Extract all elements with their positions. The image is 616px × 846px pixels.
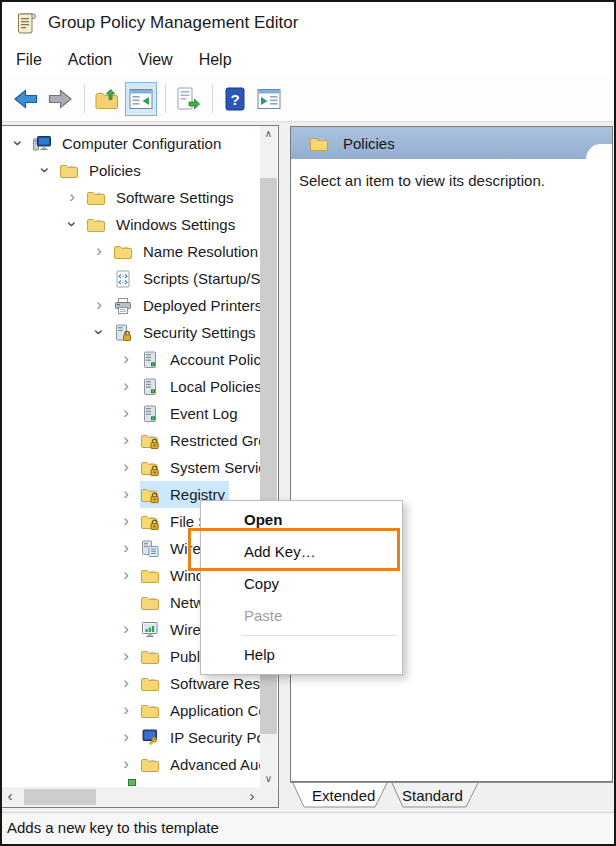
chevron-right-icon[interactable]: ›	[118, 427, 134, 453]
menu-view[interactable]: View	[125, 44, 185, 76]
tree-view: ›Computer Configuration›Policies›Softwar…	[2, 126, 260, 786]
tree-item-content[interactable]: Account Policies	[140, 346, 260, 373]
help-button[interactable]: ?	[219, 82, 251, 116]
tree-item-content[interactable]: Computer Configuration	[32, 130, 225, 157]
chevron-right-icon[interactable]: ›	[118, 400, 134, 426]
wireless-icon	[140, 621, 160, 639]
chevron-right-icon[interactable]: ›	[118, 751, 134, 777]
tree-item-label: Name Resolution Policy	[143, 243, 260, 260]
tree-item-label: IP Security Policies on Active Directory	[170, 729, 260, 746]
chevron-right-icon[interactable]: ›	[118, 373, 134, 399]
chevron-right-icon[interactable]: ›	[118, 616, 134, 642]
back-arrow-icon	[13, 86, 39, 112]
tree-item-content[interactable]: Scripts (Startup/Shutdown)	[113, 265, 260, 292]
forward-button[interactable]	[44, 82, 76, 116]
tree-item-account-policies[interactable]: ›Account Policies	[2, 346, 260, 373]
chevron-right-icon[interactable]: ›	[118, 724, 134, 750]
chevron-right-icon[interactable]: ›	[118, 346, 134, 372]
tree-item-content[interactable]: Software Settings	[86, 184, 238, 211]
tree-item-software-settings[interactable]: ›Software Settings	[2, 184, 260, 211]
tree-item-content[interactable]: Name Resolution Policy	[113, 238, 260, 265]
details-pane: Policies Select an item to view its desc…	[290, 126, 613, 782]
scroll-down-icon[interactable]: ∨	[260, 771, 277, 787]
view-tabs-svg: ExtendedStandard	[290, 782, 613, 812]
menu-help[interactable]: Help	[186, 44, 245, 76]
chevron-right-icon[interactable]: ›	[64, 184, 80, 210]
tab-standard-label[interactable]: Standard	[402, 787, 463, 804]
menu-bar: FileActionViewHelp	[2, 44, 614, 76]
tree-item-label: Scripts (Startup/Shutdown)	[143, 270, 260, 287]
tree-item-content[interactable]: System Services	[140, 454, 260, 481]
tree-item-label: Policies	[89, 162, 141, 179]
chevron-right-icon[interactable]: ›	[118, 643, 134, 669]
tree-item-content[interactable]: IP Security Policies on Active Directory	[140, 724, 260, 751]
tree-item-content[interactable]: Local Policies	[140, 373, 260, 400]
scroll-up-icon[interactable]: ∧	[260, 126, 277, 142]
tree-item-policies[interactable]: ›Policies	[2, 157, 260, 184]
chevron-down-icon[interactable]: ›	[59, 216, 85, 232]
context-menu-item-help[interactable]: Help	[201, 639, 402, 671]
chevron-down-icon[interactable]: ›	[32, 162, 58, 178]
tree-item-restricted-groups[interactable]: ›Restricted Groups	[2, 427, 260, 454]
chevron-right-icon[interactable]: ›	[118, 697, 134, 723]
toolbar: ?	[2, 76, 614, 122]
svg-text:?: ?	[230, 91, 239, 108]
tree-horizontal-scrollbar[interactable]: ‹ ›	[2, 787, 260, 807]
folder-icon	[309, 135, 329, 153]
tree-item-content[interactable]: Security Settings	[113, 319, 260, 346]
context-menu-item-add-key[interactable]: Add Key…	[201, 536, 402, 568]
menu-file[interactable]: File	[3, 44, 55, 76]
tree-item-computer-configuration[interactable]: ›Computer Configuration	[2, 130, 260, 157]
console-tree-pane: ›Computer Configuration›Policies›Softwar…	[2, 125, 279, 808]
chevron-right-icon[interactable]: ›	[118, 508, 134, 534]
tree-item-content[interactable]: Restricted Groups	[140, 427, 260, 454]
tree-item-event-log[interactable]: ›Event Log	[2, 400, 260, 427]
tree-item-content[interactable]: Advanced Audit Policy Configuration	[140, 751, 260, 778]
tree-item-application-control-policies[interactable]: ›Application Control Policies	[2, 697, 260, 724]
chevron-right-icon[interactable]: ›	[118, 481, 134, 507]
chevron-right-icon[interactable]: ›	[91, 238, 107, 264]
chevron-down-icon[interactable]: ›	[86, 324, 112, 340]
back-button[interactable]	[10, 82, 42, 116]
server-icon	[140, 351, 160, 369]
chevron-right-icon[interactable]: ›	[118, 670, 134, 696]
tree-item-content[interactable]: Deployed Printers	[113, 292, 260, 319]
show-action-pane-button[interactable]	[253, 82, 285, 116]
tree-item-security-settings[interactable]: ›Security Settings	[2, 319, 260, 346]
scroll-right-icon[interactable]: ›	[244, 787, 260, 807]
up-one-level-button[interactable]	[91, 82, 123, 116]
scripts-icon	[113, 270, 133, 288]
tree-item-content[interactable]: Event Log	[140, 400, 242, 427]
tree-item-name-resolution-policy[interactable]: ›Name Resolution Policy	[2, 238, 260, 265]
forward-arrow-icon	[47, 86, 73, 112]
chevron-right-icon[interactable]: ›	[118, 535, 134, 561]
tree-item-scripts-startup-shutdown[interactable]: Scripts (Startup/Shutdown)	[2, 265, 260, 292]
context-menu-item-open[interactable]: Open	[201, 504, 402, 536]
details-pane-description: Select an item to view its description.	[291, 159, 612, 202]
tree-vertical-scrollbar[interactable]: ∧ ∨	[260, 126, 277, 787]
export-list-button[interactable]	[172, 82, 204, 116]
chevron-down-icon[interactable]: ›	[5, 135, 31, 151]
tree-item-deployed-printers[interactable]: ›Deployed Printers	[2, 292, 260, 319]
tree-item-local-policies[interactable]: ›Local Policies	[2, 373, 260, 400]
horizontal-scroll-thumb[interactable]	[24, 789, 96, 805]
tree-item-system-services[interactable]: ›System Services	[2, 454, 260, 481]
tree-item-content[interactable]: Policies	[59, 157, 145, 184]
tree-item-ip-security-policies-on-active-directory[interactable]: ›IP Security Policies on Active Director…	[2, 724, 260, 751]
ipsec-icon	[140, 729, 160, 747]
tab-extended-label[interactable]: Extended	[312, 787, 375, 804]
chevron-right-icon[interactable]: ›	[118, 562, 134, 588]
tree-item-content[interactable]: Windows Settings	[86, 211, 239, 238]
tree-item-content[interactable]: Application Control Policies	[140, 697, 260, 724]
context-menu-item-copy[interactable]: Copy	[201, 568, 402, 600]
menu-action[interactable]: Action	[55, 44, 125, 76]
show-console-tree-button[interactable]	[125, 82, 157, 116]
tree-item-advanced-audit-policy-configuration[interactable]: ›Advanced Audit Policy Configuration	[2, 751, 260, 778]
folder-lock-icon	[140, 486, 160, 504]
folder-icon	[86, 189, 106, 207]
server-icon	[140, 378, 160, 396]
chevron-right-icon[interactable]: ›	[118, 454, 134, 480]
scroll-left-icon[interactable]: ‹	[2, 787, 18, 807]
chevron-right-icon[interactable]: ›	[91, 292, 107, 318]
tree-item-windows-settings[interactable]: ›Windows Settings	[2, 211, 260, 238]
